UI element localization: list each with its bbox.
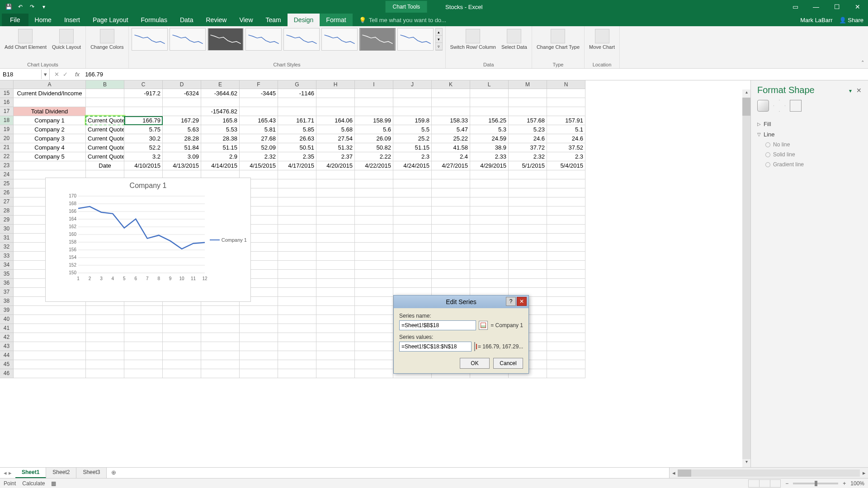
row-header[interactable]: 33 [0,252,14,261]
cell[interactable]: 4/24/2015 [393,161,432,170]
cell[interactable] [547,197,585,206]
change-chart-type-button[interactable]: Change Chart Type [535,28,581,51]
tab-team[interactable]: Team [259,14,288,26]
cell[interactable] [547,279,585,288]
cell[interactable] [432,279,470,288]
cell[interactable] [163,315,201,324]
cell[interactable] [509,243,547,252]
cell[interactable] [432,252,470,261]
dialog-close-icon[interactable]: ✕ [517,297,527,306]
name-box[interactable]: B18 [0,70,42,79]
cell[interactable] [86,324,124,333]
cell[interactable]: -1146 [278,89,316,98]
style-thumb-4[interactable] [245,28,282,51]
vscroll-thumb[interactable] [742,98,750,116]
cell[interactable] [470,206,509,216]
cell[interactable]: 5.47 [432,125,470,134]
row-header[interactable]: 17 [0,107,14,116]
cell[interactable] [316,351,355,360]
cell[interactable] [124,369,163,378]
cell[interactable]: 27.54 [316,134,355,143]
cell[interactable] [278,333,316,342]
cell[interactable] [201,98,240,107]
cell[interactable] [393,279,432,288]
row-header[interactable]: 45 [0,360,14,369]
cell[interactable] [124,98,163,107]
normal-view-icon[interactable] [748,479,759,488]
cell[interactable] [163,98,201,107]
cell[interactable]: 5.75 [124,125,163,134]
cell[interactable] [355,315,393,324]
select-data-button[interactable]: Select Data [500,28,529,51]
cell[interactable] [316,261,355,270]
cell[interactable] [547,369,585,378]
cell[interactable]: 5.53 [201,125,240,134]
cell[interactable]: 27.68 [240,134,278,143]
line-section[interactable]: Line [757,129,862,140]
cell[interactable]: 50.51 [278,143,316,152]
cell[interactable] [355,206,393,216]
cell[interactable] [316,197,355,206]
cell[interactable] [509,206,547,216]
cell[interactable]: 28.38 [201,134,240,143]
column-header[interactable]: B [86,80,124,89]
cell[interactable] [278,342,316,351]
cell[interactable] [316,288,355,297]
cell[interactable] [355,170,393,179]
cell[interactable] [547,89,585,98]
tell-me[interactable]: 💡 Tell me what you want to do... [353,14,453,26]
cell[interactable] [393,98,432,107]
cell[interactable]: Company 5 [14,152,86,161]
collapse-ribbon-icon[interactable]: ˄ [858,58,868,68]
cell[interactable] [278,270,316,279]
cell[interactable] [278,234,316,243]
sheet-nav[interactable]: ◂▸ [0,468,15,478]
cell[interactable] [278,252,316,261]
cell[interactable]: 5.81 [240,125,278,134]
redo-icon[interactable]: ↷ [28,3,36,11]
cell[interactable] [470,179,509,188]
cell[interactable] [278,315,316,324]
cell[interactable]: 2.22 [355,152,393,161]
cell[interactable] [509,279,547,288]
cell[interactable] [86,360,124,369]
cell[interactable] [278,98,316,107]
tab-data[interactable]: Data [174,14,200,26]
column-header[interactable]: K [432,80,470,89]
cell[interactable]: 157.91 [547,116,585,125]
fx-icon[interactable]: fx [72,71,82,78]
row-header[interactable]: 42 [0,333,14,342]
cell[interactable] [393,270,432,279]
cell[interactable] [547,216,585,225]
dialog-help-icon[interactable]: ? [506,297,516,306]
row-header[interactable]: 39 [0,306,14,315]
nav-next-icon[interactable]: ▸ [9,469,12,476]
cell[interactable] [240,360,278,369]
cell[interactable] [86,89,124,98]
style-thumb-5[interactable] [283,28,320,51]
cell[interactable]: Current Quote [86,116,124,125]
row-header[interactable]: 38 [0,297,14,306]
cell[interactable] [240,342,278,351]
cell[interactable]: 30.2 [124,134,163,143]
row-header[interactable]: 34 [0,261,14,270]
cell[interactable] [124,333,163,342]
cell[interactable] [393,170,432,179]
share-button[interactable]: 👤 Share [839,17,863,23]
cell[interactable]: Current Quote [86,152,124,161]
cell[interactable] [355,89,393,98]
cell[interactable] [547,261,585,270]
chart-title[interactable]: Company 1 [46,178,250,192]
cell[interactable] [509,89,547,98]
cell[interactable]: -3445 [240,89,278,98]
row-header[interactable]: 40 [0,315,14,324]
cell[interactable] [355,261,393,270]
cell[interactable] [547,324,585,333]
row-header[interactable]: 43 [0,342,14,351]
row-header[interactable]: 31 [0,234,14,243]
cell[interactable] [432,188,470,197]
cell[interactable]: 2.32 [240,152,278,161]
cell[interactable] [509,107,547,116]
effects-category-icon[interactable] [774,100,785,112]
cell[interactable]: -6324 [163,89,201,98]
